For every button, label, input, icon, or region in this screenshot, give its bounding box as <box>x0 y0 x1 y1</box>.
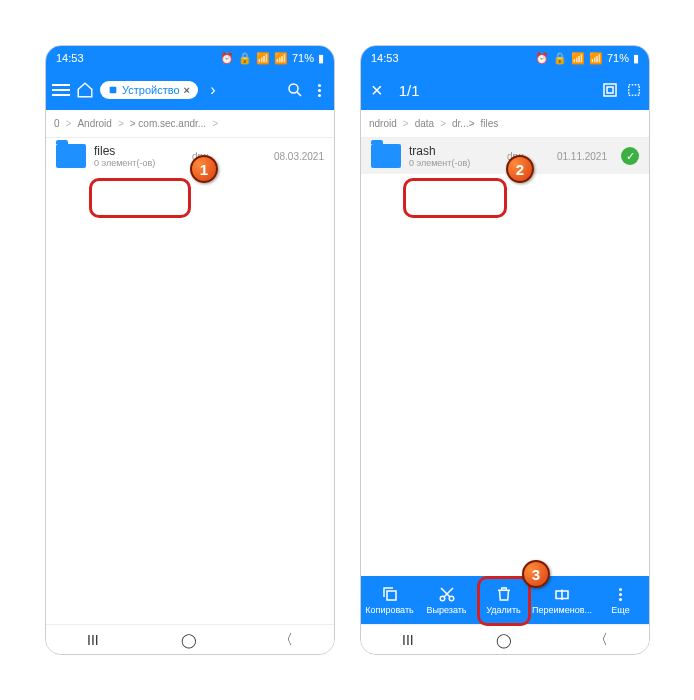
file-date: 01.11.2021 <box>557 151 607 162</box>
cut-label: Вырезать <box>427 605 467 615</box>
file-name: trash <box>409 144 499 158</box>
crumb: > com.sec.andr... <box>130 118 206 129</box>
location-chip[interactable]: Устройство × <box>100 81 198 99</box>
file-date: 08.03.2021 <box>274 151 324 162</box>
phone-screenshot-right: 14:53 ⏰🔒📶📶 71% ▮ × 1/1 ndroid > data > d… <box>360 45 650 655</box>
crumb: ndroid <box>369 118 397 129</box>
rename-label: Переименов... <box>532 605 592 615</box>
crumb: dr...> <box>452 118 475 129</box>
svg-rect-2 <box>604 84 616 96</box>
crumb-sep: > <box>118 118 124 129</box>
status-bar: 14:53 ⏰🔒📶📶 71% ▮ <box>46 46 334 70</box>
android-nav-bar: III ◯ 〈 <box>361 624 649 654</box>
phone-screenshot-left: 14:53 ⏰🔒📶📶 71% ▮ Устройство × › 0 > A <box>45 45 335 655</box>
breadcrumb[interactable]: ndroid > data > dr...> files <box>361 110 649 138</box>
svg-rect-4 <box>629 85 640 96</box>
file-row-selected[interactable]: trash 0 элемент(-ов) drw 01.11.2021 ✓ <box>361 138 649 174</box>
crumb: 0 <box>54 118 60 129</box>
status-time: 14:53 <box>371 52 399 64</box>
crumb-sep: > <box>66 118 72 129</box>
status-icons: ⏰🔒📶📶 71% ▮ <box>220 52 324 65</box>
more-button[interactable]: Еще <box>592 576 649 624</box>
folder-icon <box>371 144 401 168</box>
status-bar: 14:53 ⏰🔒📶📶 71% ▮ <box>361 46 649 70</box>
crumb-sep: > <box>440 118 446 129</box>
chip-close-icon[interactable]: × <box>184 84 190 96</box>
nav-back-icon[interactable]: 〈 <box>279 631 293 649</box>
crumb: data <box>415 118 434 129</box>
status-battery: 71% <box>607 52 629 64</box>
check-icon: ✓ <box>621 147 639 165</box>
crumb-sep: > <box>403 118 409 129</box>
file-sub: 0 элемент(-ов) <box>409 158 499 168</box>
nav-home-icon[interactable]: ◯ <box>181 632 197 648</box>
status-battery: 71% <box>292 52 314 64</box>
nav-home-icon[interactable]: ◯ <box>496 632 512 648</box>
cut-button[interactable]: Вырезать <box>418 576 475 624</box>
hamburger-icon[interactable] <box>52 84 70 96</box>
svg-rect-3 <box>607 87 613 93</box>
delete-label: Удалить <box>486 605 520 615</box>
app-bar: Устройство × › <box>46 70 334 110</box>
breadcrumb[interactable]: 0 > Android > > com.sec.andr... > <box>46 110 334 138</box>
nav-back-icon[interactable]: 〈 <box>594 631 608 649</box>
app-bar-selection: × 1/1 <box>361 70 649 110</box>
copy-button[interactable]: Копировать <box>361 576 418 624</box>
status-icons: ⏰🔒📶📶 71% ▮ <box>535 52 639 65</box>
selection-count: 1/1 <box>399 82 420 99</box>
status-time: 14:53 <box>56 52 84 64</box>
file-name: files <box>94 144 184 158</box>
close-selection-icon[interactable]: × <box>367 79 387 102</box>
more-icon[interactable] <box>310 81 328 99</box>
crumb: Android <box>77 118 111 129</box>
chip-label: Устройство <box>122 84 180 96</box>
annotation-marker-2: 2 <box>506 155 534 183</box>
svg-point-1 <box>289 84 298 93</box>
more-label: Еще <box>611 605 629 615</box>
chevron-right-icon[interactable]: › <box>204 81 222 99</box>
select-range-icon[interactable] <box>625 81 643 99</box>
crumb-sep: > <box>212 118 218 129</box>
file-sub: 0 элемент(-ов) <box>94 158 184 168</box>
android-nav-bar: III ◯ 〈 <box>46 624 334 654</box>
action-bar: Копировать Вырезать Удалить Переименов..… <box>361 576 649 624</box>
annotation-marker-1: 1 <box>190 155 218 183</box>
nav-recent-icon[interactable]: III <box>87 632 99 648</box>
svg-rect-5 <box>387 591 396 600</box>
copy-label: Копировать <box>365 605 413 615</box>
home-icon[interactable] <box>76 81 94 99</box>
folder-icon <box>56 144 86 168</box>
search-icon[interactable] <box>286 81 304 99</box>
annotation-marker-3: 3 <box>522 560 550 588</box>
select-all-icon[interactable] <box>601 81 619 99</box>
nav-recent-icon[interactable]: III <box>402 632 414 648</box>
crumb: files <box>480 118 498 129</box>
svg-rect-0 <box>110 87 117 94</box>
delete-button[interactable]: Удалить <box>475 576 532 624</box>
